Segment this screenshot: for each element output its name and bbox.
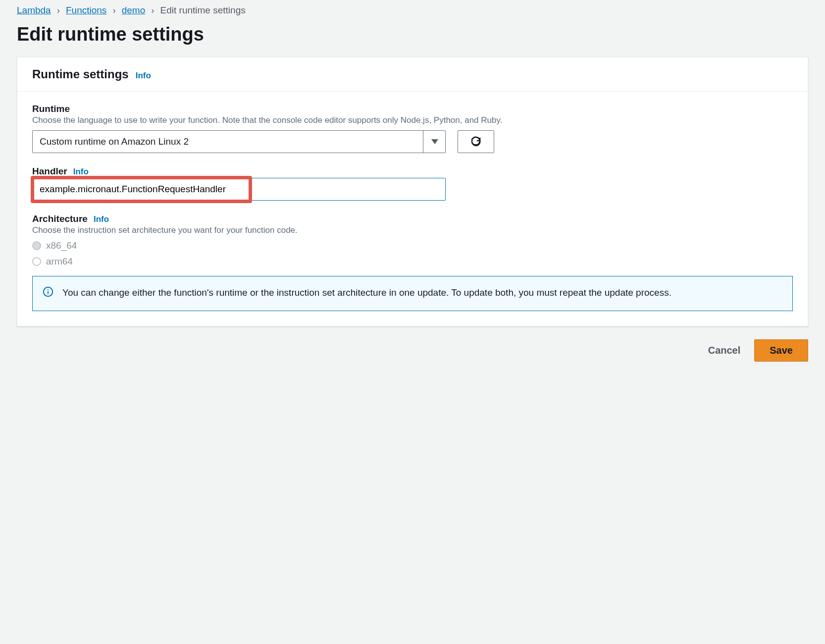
panel-info-link[interactable]: Info: [136, 71, 151, 81]
architecture-option-label: arm64: [46, 256, 73, 267]
chevron-right-icon: ›: [112, 5, 115, 16]
architecture-option-x86_64[interactable]: x86_64: [32, 240, 793, 251]
radio-icon: [32, 257, 41, 266]
architecture-info-link[interactable]: Info: [94, 215, 109, 224]
handler-input[interactable]: [32, 178, 446, 201]
handler-info-link[interactable]: Info: [73, 167, 89, 177]
breadcrumb-functions[interactable]: Functions: [66, 5, 106, 16]
radio-icon: [32, 241, 41, 250]
caret-down-icon: [423, 130, 446, 153]
architecture-option-arm64[interactable]: arm64: [32, 256, 793, 267]
breadcrumb-current: Edit runtime settings: [160, 5, 246, 16]
page-actions: Cancel Save: [17, 339, 808, 362]
chevron-right-icon: ›: [57, 5, 60, 16]
refresh-icon: [470, 136, 481, 147]
architecture-field: Architecture Info Choose the instruction…: [32, 214, 793, 267]
chevron-right-icon: ›: [151, 5, 154, 16]
info-alert-message: You can change either the function's run…: [62, 285, 671, 300]
handler-label: Handler: [32, 166, 67, 177]
info-icon: [43, 286, 53, 300]
breadcrumb-demo[interactable]: demo: [122, 5, 146, 16]
svg-point-3: [48, 289, 49, 290]
save-button[interactable]: Save: [754, 339, 808, 362]
refresh-button[interactable]: [458, 130, 494, 153]
runtime-description: Choose the language to use to write your…: [32, 115, 793, 125]
runtime-select[interactable]: Custom runtime on Amazon Linux 2: [32, 130, 446, 153]
info-alert: You can change either the function's run…: [32, 276, 793, 311]
architecture-option-label: x86_64: [46, 240, 77, 251]
handler-field: Handler Info: [32, 166, 793, 201]
panel-title: Runtime settings: [32, 67, 129, 81]
architecture-label: Architecture: [32, 214, 88, 224]
svg-marker-0: [431, 139, 438, 144]
breadcrumb-lambda[interactable]: Lambda: [17, 5, 51, 16]
runtime-field: Runtime Choose the language to use to wr…: [32, 104, 793, 153]
runtime-selected-value: Custom runtime on Amazon Linux 2: [40, 136, 189, 147]
runtime-settings-panel: Runtime settings Info Runtime Choose the…: [17, 57, 808, 326]
architecture-description: Choose the instruction set architecture …: [32, 225, 793, 235]
cancel-button[interactable]: Cancel: [705, 340, 744, 361]
runtime-label: Runtime: [32, 104, 70, 114]
breadcrumb: Lambda › Functions › demo › Edit runtime…: [17, 5, 808, 16]
page-title: Edit runtime settings: [17, 24, 808, 45]
